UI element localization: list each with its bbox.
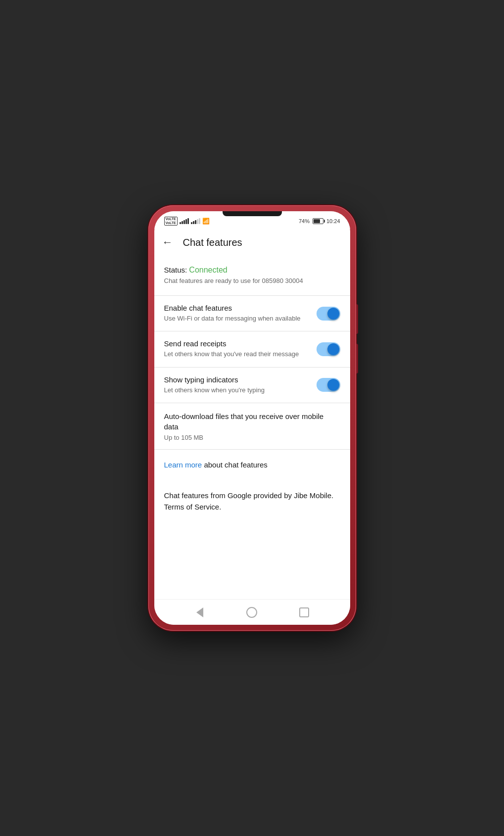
enable-chat-desc: Use Wi-Fi or data for messaging when ava… (164, 314, 311, 323)
signal-bar (191, 222, 192, 224)
status-connected-text: Connected (189, 266, 227, 274)
learn-more-text: Learn more about chat features (164, 460, 340, 471)
learn-more-rest: about chat features (202, 461, 268, 469)
status-right: 74% 10:24 (299, 218, 340, 224)
learn-more-section: Learn more about chat features (154, 450, 350, 481)
typing-indicators-title: Show typing indicators (164, 375, 311, 384)
signal-bar (182, 221, 183, 224)
back-button[interactable]: ← (162, 236, 173, 249)
learn-more-link[interactable]: Learn more (164, 461, 202, 469)
home-icon (246, 607, 257, 618)
typing-indicators-toggle-row: Show typing indicators Let others know w… (154, 368, 350, 403)
signal-bar (183, 220, 185, 224)
google-info-text: Chat features from Google provided by Ji… (164, 490, 340, 512)
power-button (356, 304, 358, 334)
top-bar: ← Chat features (154, 229, 350, 256)
auto-download-row[interactable]: Auto-download files that you receive ove… (154, 403, 350, 449)
toggle-thumb (327, 343, 339, 355)
recent-icon (299, 607, 309, 617)
back-icon (196, 607, 203, 617)
enable-chat-text: Enable chat features Use Wi-Fi or data f… (164, 304, 311, 323)
read-receipts-title: Send read receipts (164, 339, 311, 348)
toggle-thumb (327, 308, 339, 320)
status-label-text: Status: (164, 266, 189, 274)
battery-fill (314, 219, 320, 223)
auto-download-title: Auto-download files that you receive ove… (164, 411, 340, 432)
signal-bar (185, 219, 187, 224)
battery-percent: 74% (299, 218, 310, 224)
notch (223, 211, 282, 216)
toggle-thumb (327, 379, 339, 391)
status-description: Chat features are ready to use for 08598… (164, 277, 340, 285)
bottom-nav (154, 599, 350, 625)
toggle-track (317, 342, 340, 356)
toggle-track (317, 307, 340, 321)
typing-indicators-text: Show typing indicators Let others know w… (164, 375, 311, 395)
battery-body (313, 218, 323, 224)
volte-badge: VoLTEVoLTE (164, 217, 178, 226)
read-receipts-text: Send read receipts Let others know that … (164, 339, 311, 359)
signal-bar (197, 219, 198, 224)
auto-download-desc: Up to 105 MB (164, 434, 340, 441)
page-title: Chat features (183, 237, 242, 248)
phone-frame: VoLTEVoLTE 📶 74% (148, 205, 356, 631)
signal-bars-1 (180, 218, 189, 224)
phone-screen: VoLTEVoLTE 📶 74% (154, 211, 350, 625)
status-section: Status: Connected Chat features are read… (154, 256, 350, 295)
signal-bar (193, 221, 194, 224)
volume-button (356, 344, 358, 373)
battery-icon (313, 218, 323, 224)
read-receipts-desc: Let others know that you've read their m… (164, 350, 311, 359)
typing-indicators-toggle[interactable] (317, 378, 340, 392)
signal-bars-2 (191, 218, 200, 224)
signal-bar (180, 222, 181, 224)
enable-chat-toggle[interactable] (317, 307, 340, 321)
typing-indicators-desc: Let others know when you're typing (164, 386, 311, 395)
status-row: Status: Connected (164, 266, 340, 275)
toggle-track (317, 378, 340, 392)
nav-home-button[interactable] (246, 606, 258, 618)
read-receipts-toggle[interactable] (317, 342, 340, 356)
read-receipts-toggle-row: Send read receipts Let others know that … (154, 331, 350, 367)
app-content: ← Chat features Status: Connected Chat f… (154, 229, 350, 599)
nav-back-button[interactable] (194, 606, 206, 618)
enable-chat-toggle-row: Enable chat features Use Wi-Fi or data f… (154, 296, 350, 331)
nav-recent-button[interactable] (298, 606, 310, 618)
status-left: VoLTEVoLTE 📶 (164, 217, 210, 226)
google-info-section: Chat features from Google provided by Ji… (154, 480, 350, 522)
signal-bar (187, 218, 189, 224)
signal-bar (199, 218, 200, 224)
time-display: 10:24 (326, 218, 340, 224)
enable-chat-title: Enable chat features (164, 304, 311, 312)
signal-bar (195, 220, 196, 224)
wifi-icon: 📶 (202, 218, 210, 225)
